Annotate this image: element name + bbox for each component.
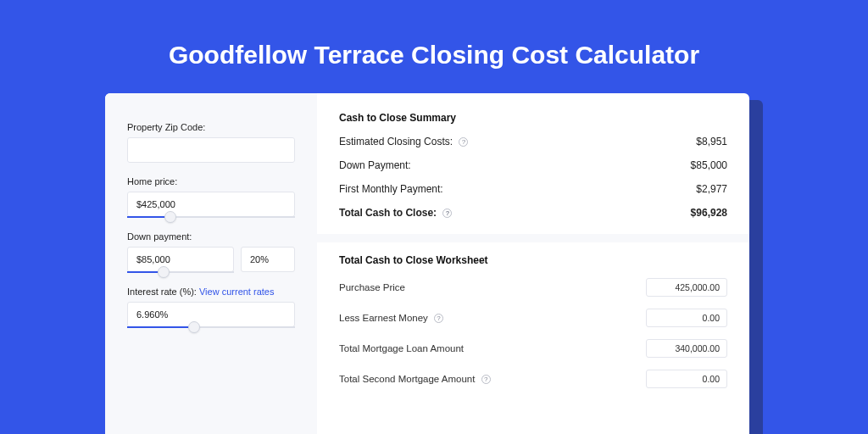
ws-value[interactable]: 425,000.00 — [646, 278, 727, 297]
down-payment-input[interactable] — [127, 247, 234, 272]
interest-rate-slider-fill — [127, 326, 194, 328]
ws-label: Purchase Price — [339, 282, 405, 292]
ws-label: Total Second Mortgage Amount — [339, 374, 475, 384]
down-payment-slider[interactable] — [127, 271, 234, 273]
ws-label: Total Mortgage Loan Amount — [339, 343, 464, 353]
down-payment-label: Down payment: — [127, 231, 295, 242]
summary-row-total: Total Cash to Close: ? $96,928 — [339, 207, 727, 219]
zip-input[interactable] — [127, 137, 295, 163]
summary-value: $85,000 — [691, 159, 727, 171]
zip-label: Property Zip Code: — [127, 122, 295, 132]
down-payment-slider-thumb[interactable] — [158, 266, 170, 278]
interest-rate-label-text: Interest rate (%): — [127, 287, 199, 297]
summary-label: First Monthly Payment: — [339, 183, 443, 195]
home-price-field: Home price: — [127, 176, 295, 218]
ws-row-second-mortgage: Total Second Mortgage Amount ? 0.00 — [339, 370, 727, 388]
summary-label: Estimated Closing Costs: — [339, 136, 453, 147]
ws-value[interactable]: 340,000.00 — [646, 339, 727, 358]
page-title: Goodfellow Terrace Closing Cost Calculat… — [0, 0, 868, 92]
home-price-slider-thumb[interactable] — [164, 211, 176, 223]
ws-row-purchase-price: Purchase Price 425,000.00 — [339, 278, 727, 297]
ws-value[interactable]: 0.00 — [646, 370, 727, 388]
help-icon[interactable]: ? — [459, 137, 468, 147]
zip-field: Property Zip Code: — [127, 122, 295, 163]
summary-value: $8,951 — [696, 136, 727, 147]
calculator-card: Property Zip Code: Home price: Down paym… — [105, 93, 749, 434]
worksheet-title: Total Cash to Close Worksheet — [339, 254, 727, 266]
summary-row-down-payment: Down Payment: $85,000 — [339, 159, 727, 171]
summary-row-closing-costs: Estimated Closing Costs: ? $8,951 — [339, 136, 727, 147]
summary-row-first-payment: First Monthly Payment: $2,977 — [339, 183, 727, 195]
home-price-slider[interactable] — [127, 216, 295, 218]
summary-total-label: Total Cash to Close: — [339, 207, 437, 219]
help-icon[interactable]: ? — [434, 314, 443, 323]
help-icon[interactable]: ? — [442, 209, 452, 218]
ws-value[interactable]: 0.00 — [646, 309, 727, 327]
down-payment-pct-input[interactable] — [241, 247, 295, 272]
summary-title: Cash to Close Summary — [339, 112, 727, 124]
ws-row-mortgage-amount: Total Mortgage Loan Amount 340,000.00 — [339, 339, 727, 358]
interest-rate-slider-thumb[interactable] — [188, 321, 200, 333]
home-price-input[interactable] — [127, 192, 295, 217]
interest-rate-label: Interest rate (%): View current rates — [127, 287, 295, 297]
worksheet: Total Cash to Close Worksheet Purchase P… — [339, 249, 727, 400]
view-rates-link[interactable]: View current rates — [199, 287, 274, 297]
summary-value: $2,977 — [696, 183, 727, 195]
cash-summary: Cash to Close Summary Estimated Closing … — [339, 108, 727, 224]
summary-total-value: $96,928 — [691, 207, 727, 219]
ws-row-earnest-money: Less Earnest Money ? 0.00 — [339, 309, 727, 327]
down-payment-field: Down payment: — [127, 231, 295, 273]
interest-rate-input[interactable] — [127, 302, 295, 327]
results-panel: Cash to Close Summary Estimated Closing … — [317, 93, 749, 434]
ws-label: Less Earnest Money — [339, 313, 428, 323]
interest-rate-slider[interactable] — [127, 326, 295, 328]
summary-label: Down Payment: — [339, 159, 411, 171]
panel-divider — [317, 234, 749, 242]
home-price-label: Home price: — [127, 176, 295, 186]
interest-rate-field: Interest rate (%): View current rates — [127, 287, 295, 328]
inputs-panel: Property Zip Code: Home price: Down paym… — [105, 93, 317, 434]
help-icon[interactable]: ? — [481, 375, 491, 384]
